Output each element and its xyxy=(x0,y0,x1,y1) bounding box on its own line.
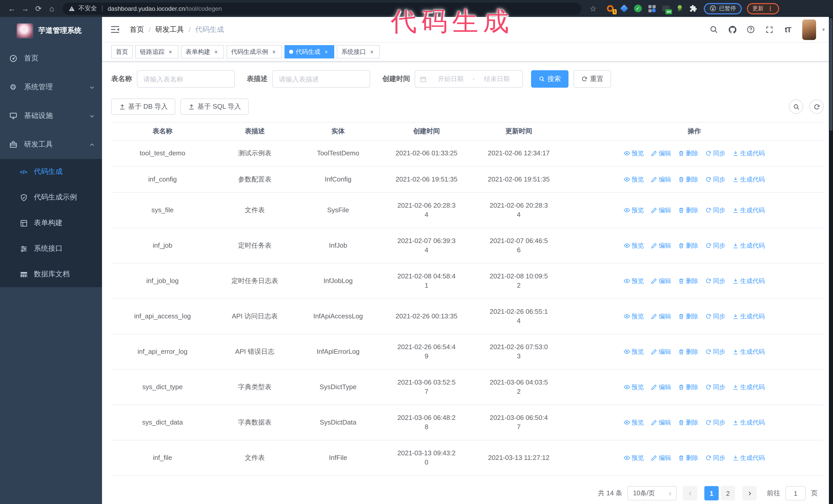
edit-link[interactable]: 编辑 xyxy=(651,347,671,356)
tab-close-icon[interactable]: × xyxy=(271,48,277,55)
tab[interactable]: 链路追踪 × xyxy=(135,45,178,58)
preview-link[interactable]: 预览 xyxy=(624,418,644,427)
page-number-button[interactable]: 1 xyxy=(704,486,719,500)
delete-link[interactable]: 删除 xyxy=(678,175,698,184)
tab-close-icon[interactable]: × xyxy=(167,48,174,55)
generate-code-link[interactable]: 生成代码 xyxy=(733,277,765,286)
preview-link[interactable]: 预览 xyxy=(624,206,644,215)
goto-page-input[interactable] xyxy=(785,486,806,500)
edit-link[interactable]: 编辑 xyxy=(651,312,671,321)
end-date-placeholder[interactable]: 结束日期 xyxy=(476,75,518,83)
browser-forward-icon[interactable]: → xyxy=(19,2,32,15)
fullscreen-icon[interactable] xyxy=(761,17,778,42)
reset-button[interactable]: 重置 xyxy=(574,70,611,88)
browser-back-icon[interactable]: ← xyxy=(5,2,19,15)
help-icon[interactable] xyxy=(743,17,759,42)
browser-home-icon[interactable]: ⌂ xyxy=(45,2,58,15)
sync-link[interactable]: 同步 xyxy=(705,347,725,356)
avatar-caret-icon[interactable]: ▾ xyxy=(822,27,825,32)
edit-link[interactable]: 编辑 xyxy=(651,277,671,286)
generate-code-link[interactable]: 生成代码 xyxy=(733,206,765,215)
page-number-button[interactable]: 2 xyxy=(721,486,735,500)
sync-link[interactable]: 同步 xyxy=(705,312,725,321)
edit-link[interactable]: 编辑 xyxy=(651,383,671,392)
sync-link[interactable]: 同步 xyxy=(705,383,725,392)
sidebar-item-system-api[interactable]: 系统接口 xyxy=(0,236,102,262)
sidebar-logo-row[interactable]: 芋道管理系统 xyxy=(0,17,102,44)
extension-grid-icon[interactable] xyxy=(647,4,656,13)
edit-link[interactable]: 编辑 xyxy=(651,149,671,158)
delete-link[interactable]: 删除 xyxy=(678,453,698,462)
bookmark-star-icon[interactable]: ☆ xyxy=(587,2,600,15)
table-desc-input[interactable] xyxy=(272,70,370,88)
edit-link[interactable]: 编辑 xyxy=(651,206,671,215)
generate-code-link[interactable]: 生成代码 xyxy=(733,175,765,184)
tab[interactable]: 系统接口 × xyxy=(337,45,380,58)
sync-link[interactable]: 同步 xyxy=(705,175,725,184)
delete-link[interactable]: 删除 xyxy=(678,206,698,215)
start-date-placeholder[interactable]: 开始日期 xyxy=(430,75,472,83)
generate-code-link[interactable]: 生成代码 xyxy=(733,383,765,392)
tab-close-icon[interactable]: × xyxy=(213,48,219,55)
extension-gem-icon[interactable] xyxy=(620,4,628,13)
sync-link[interactable]: 同步 xyxy=(705,241,725,250)
toggle-search-button[interactable] xyxy=(789,99,803,114)
search-button[interactable]: 搜索 xyxy=(531,70,569,88)
preview-link[interactable]: 预览 xyxy=(624,383,644,392)
import-db-button[interactable]: 基于 DB 导入 xyxy=(111,98,175,115)
generate-code-link[interactable]: 生成代码 xyxy=(733,312,765,321)
sync-link[interactable]: 同步 xyxy=(705,277,725,286)
sidebar-item-codegen-demo[interactable]: 代码生成示例 xyxy=(0,185,102,210)
tab[interactable]: 代码生成 × xyxy=(285,45,334,58)
extension-check-icon[interactable]: ✓ xyxy=(634,4,642,13)
font-size-icon[interactable]: tT xyxy=(780,17,796,42)
browser-reload-icon[interactable]: ⟳ xyxy=(32,2,45,15)
preview-link[interactable]: 预览 xyxy=(624,347,644,356)
sidebar-item-form-builder[interactable]: 表单构建 xyxy=(0,210,102,236)
delete-link[interactable]: 删除 xyxy=(678,241,698,250)
preview-link[interactable]: 预览 xyxy=(624,149,644,158)
preview-link[interactable]: 预览 xyxy=(624,277,644,286)
sidebar-item-codegen[interactable]: </> 代码生成 xyxy=(0,159,102,185)
preview-link[interactable]: 预览 xyxy=(624,241,644,250)
delete-link[interactable]: 删除 xyxy=(678,149,698,158)
delete-link[interactable]: 删除 xyxy=(678,383,698,392)
sync-link[interactable]: 同步 xyxy=(705,453,725,462)
extension-orange-icon[interactable]: 1 xyxy=(606,4,615,13)
breadcrumb-item[interactable]: 研发工具 xyxy=(155,25,184,34)
edit-link[interactable]: 编辑 xyxy=(651,453,671,462)
delete-link[interactable]: 删除 xyxy=(678,277,698,286)
generate-code-link[interactable]: 生成代码 xyxy=(733,453,765,462)
extension-green-icon[interactable] xyxy=(675,4,684,13)
scrollbar-thumb[interactable] xyxy=(829,18,832,131)
refresh-table-button[interactable] xyxy=(809,99,824,114)
next-page-button[interactable] xyxy=(742,486,757,500)
tab[interactable]: 表单构建 × xyxy=(181,45,224,58)
github-icon[interactable] xyxy=(724,17,741,42)
tab-close-icon[interactable]: × xyxy=(368,48,375,55)
delete-link[interactable]: 删除 xyxy=(678,312,698,321)
profile-paused-pill[interactable]: 😲 已暂停 xyxy=(704,3,741,14)
chrome-update-button[interactable]: 更新 ⋮ xyxy=(747,3,779,14)
tab[interactable]: 代码生成示例 × xyxy=(227,45,282,58)
sidebar-item-infra[interactable]: 基础设施 xyxy=(0,101,102,130)
sync-link[interactable]: 同步 xyxy=(705,206,725,215)
generate-code-link[interactable]: 生成代码 xyxy=(733,418,765,427)
generate-code-link[interactable]: 生成代码 xyxy=(733,241,765,250)
sidebar-toggle-icon[interactable] xyxy=(107,22,122,37)
tab[interactable]: 首页 xyxy=(111,45,133,58)
delete-link[interactable]: 删除 xyxy=(678,418,698,427)
page-size-select[interactable]: 10条/页 ∨ xyxy=(627,486,677,500)
edit-link[interactable]: 编辑 xyxy=(651,175,671,184)
preview-link[interactable]: 预览 xyxy=(624,453,644,462)
prev-page-button[interactable] xyxy=(683,486,697,500)
sidebar-item-devtools[interactable]: 研发工具 xyxy=(0,130,102,159)
edit-link[interactable]: 编辑 xyxy=(651,418,671,427)
preview-link[interactable]: 预览 xyxy=(624,312,644,321)
breadcrumb-item[interactable]: 首页 xyxy=(130,25,144,34)
sync-link[interactable]: 同步 xyxy=(705,149,725,158)
date-range-picker[interactable]: 开始日期 - 结束日期 xyxy=(415,70,523,88)
sidebar-item-system[interactable]: ⚙ 系统管理 xyxy=(0,73,102,101)
sync-link[interactable]: 同步 xyxy=(705,418,725,427)
table-name-input[interactable] xyxy=(137,70,235,88)
